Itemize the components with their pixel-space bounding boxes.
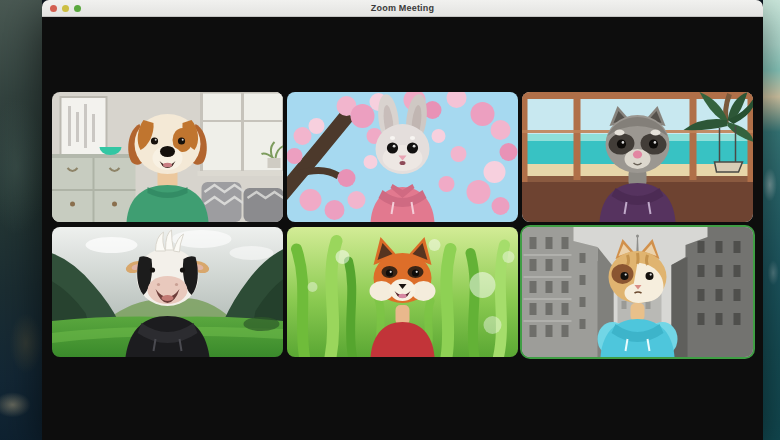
- meeting-content-area: [42, 17, 763, 440]
- video-tile-raccoon[interactable]: [522, 92, 753, 222]
- traffic-lights: [50, 5, 81, 12]
- video-tile-cat[interactable]: [522, 227, 753, 357]
- video-gallery-grid: [52, 92, 753, 357]
- window-titlebar[interactable]: Zoom Meeting: [42, 0, 763, 17]
- zoom-meeting-window: Zoom Meeting: [42, 0, 763, 440]
- video-tile-fox[interactable]: [287, 227, 518, 357]
- fullscreen-button[interactable]: [74, 5, 81, 12]
- close-button[interactable]: [50, 5, 57, 12]
- minimize-button[interactable]: [62, 5, 69, 12]
- desktop-wallpaper-left: [0, 0, 42, 440]
- fox-avatar: [370, 237, 436, 357]
- desktop-wallpaper-right: [763, 0, 780, 440]
- video-tile-cow[interactable]: [52, 227, 283, 357]
- video-tile-dog[interactable]: [52, 92, 283, 222]
- video-tile-rabbit[interactable]: [287, 92, 518, 222]
- window-title: Zoom Meeting: [42, 0, 763, 17]
- screen: Zoom Meeting: [0, 0, 780, 440]
